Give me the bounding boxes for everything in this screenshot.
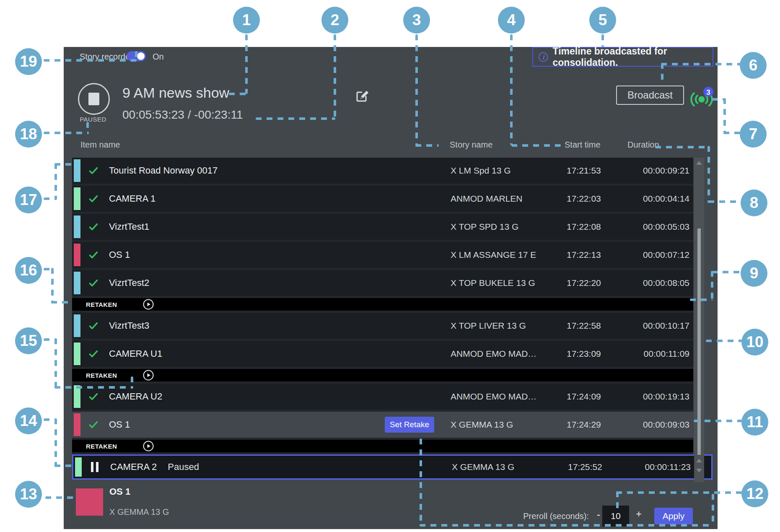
callout-connector	[655, 146, 709, 148]
table-row[interactable]: VizrtTest2X TOP BUKELE 13 G17:22:2000:00…	[72, 270, 693, 296]
story-recorder-window: Story recorder On PAUSED 9 AM news show …	[64, 47, 718, 529]
item-status-color-bar	[74, 215, 80, 238]
callout-connector	[712, 271, 741, 273]
callout-connector	[245, 34, 248, 94]
duration-cell: 00:00:10:17	[622, 321, 689, 331]
duration-cell: 00:00:09:03	[622, 420, 689, 430]
start-time-cell: 17:22:03	[567, 194, 601, 204]
callout-12: 12	[741, 480, 768, 507]
item-name-cell: VizrtTest1	[109, 221, 149, 232]
show-title: 9 AM news show	[122, 85, 229, 101]
callout-connector	[86, 122, 89, 133]
callout-connector	[420, 524, 713, 527]
broadcast-button[interactable]: Broadcast	[616, 86, 684, 105]
callout-connector	[661, 63, 741, 65]
preroll-value-field[interactable]: 10	[602, 506, 629, 527]
callout-5: 5	[589, 7, 616, 34]
table-row[interactable]: VizrtTest3X TOP LIVER 13 G17:22:5800:00:…	[72, 313, 693, 339]
callout-connector	[54, 465, 72, 467]
story-name-cell: ANMOD EMO MAD…	[451, 349, 536, 359]
scroll-step-up-icon[interactable]	[696, 459, 702, 462]
info-icon: i	[538, 51, 549, 63]
callout-connector	[44, 132, 89, 134]
column-header-story-name: Story name	[450, 140, 492, 150]
preroll-increment-button[interactable]: +	[635, 508, 643, 520]
recorded-check-icon	[88, 221, 99, 232]
retaken-row: RETAKEN	[72, 369, 693, 381]
story-name-cell: X LM ASSANGE 17 E	[451, 250, 536, 260]
callout-connector	[694, 420, 742, 422]
toggle-state-label: On	[153, 52, 164, 62]
status-badge: PAUSED	[74, 116, 112, 123]
scroll-up-arrow-icon[interactable]	[696, 161, 702, 165]
callout-connector	[616, 491, 742, 494]
item-name-cell: OS 1	[109, 419, 130, 430]
callout-connector	[45, 496, 75, 499]
callout-connector	[706, 340, 742, 342]
recorded-check-icon	[88, 165, 99, 176]
callout-7: 7	[740, 121, 767, 148]
recorded-check-icon	[88, 419, 99, 430]
set-retake-button[interactable]: Set Retake	[385, 417, 434, 433]
table-row[interactable]: CAMERA 2PausedX GEMMA 13 G17:25:5200:00:…	[72, 454, 713, 480]
scroll-step-down-icon[interactable]	[696, 469, 702, 472]
stop-record-button[interactable]	[78, 83, 110, 115]
table-row[interactable]: OS 1X LM ASSANGE 17 E17:22:1300:00:07:12	[72, 242, 693, 268]
callout-connector	[135, 51, 137, 60]
recorded-check-icon	[88, 249, 99, 260]
callout-connector	[601, 34, 604, 47]
start-time-cell: 17:24:29	[567, 420, 601, 430]
edit-pencil-icon	[354, 87, 371, 104]
callout-14: 14	[15, 407, 42, 434]
play-retake-icon[interactable]	[143, 441, 154, 452]
duration-cell: 00:00:11:23	[624, 462, 691, 472]
stop-icon	[88, 93, 99, 105]
table-row[interactable]: OS 1Set RetakeX GEMMA 13 G17:24:2900:00:…	[72, 412, 693, 438]
callout-10: 10	[741, 329, 768, 356]
table-row[interactable]: Tourist Road Norway 0017X LM Spd 13 G17:…	[72, 158, 693, 184]
duration-cell: 00:00:09:21	[622, 166, 689, 176]
item-status-color-bar	[74, 314, 80, 337]
retaken-row: RETAKEN	[72, 440, 693, 452]
item-status-color-bar	[74, 187, 80, 210]
edit-title-button[interactable]	[354, 87, 371, 104]
start-time-cell: 17:22:08	[567, 222, 601, 232]
item-status-color-bar	[74, 413, 80, 436]
annotated-screenshot: Story recorder On PAUSED 9 AM news show …	[0, 0, 780, 532]
recorded-check-icon	[88, 193, 99, 204]
callout-connector	[51, 268, 54, 304]
item-status-color-bar	[75, 457, 82, 477]
scrollbar[interactable]	[694, 158, 704, 482]
callout-connector	[511, 144, 561, 147]
start-time-cell: 17:22:58	[567, 321, 601, 331]
item-name-cell: OS 1	[109, 249, 130, 260]
retaken-label: RETAKEN	[86, 443, 117, 450]
callout-connector	[51, 301, 72, 304]
preroll-label: Preroll (seconds):	[508, 511, 589, 521]
selected-item-story: X GEMMA 13 G	[109, 507, 169, 517]
svg-text:i: i	[542, 53, 545, 61]
paused-icon	[91, 462, 98, 472]
callout-3: 3	[403, 7, 430, 34]
recorded-check-icon	[88, 320, 99, 331]
duration-cell: 00:00:08:05	[622, 278, 689, 288]
connection-count: 3	[706, 88, 710, 96]
table-row[interactable]: VizrtTest1X TOP SPD 13 G17:22:0800:00:05…	[72, 214, 693, 240]
play-retake-icon[interactable]	[143, 299, 154, 310]
table-row[interactable]: CAMERA U2ANMOD EMO MAD…17:24:0900:00:19:…	[72, 384, 693, 410]
start-time-cell: 17:22:13	[567, 250, 601, 260]
table-row[interactable]: CAMERA U1ANMOD EMO MAD…17:23:0900:00:11:…	[72, 341, 693, 367]
selected-item-name: OS 1	[109, 486, 130, 497]
callout-13: 13	[15, 481, 42, 508]
play-retake-icon[interactable]	[143, 370, 154, 381]
item-state-label: Paused	[168, 462, 199, 472]
callout-11: 11	[741, 409, 768, 436]
preroll-decrement-button[interactable]: -	[594, 508, 603, 521]
callout-19: 19	[15, 48, 42, 75]
callout-connector	[415, 144, 439, 147]
start-time-cell: 17:22:20	[567, 278, 601, 288]
apply-button[interactable]: Apply	[654, 508, 693, 524]
callout-8: 8	[741, 189, 767, 216]
recorded-check-icon	[88, 348, 99, 359]
table-row[interactable]: CAMERA 1ANMOD MARLEN17:22:0300:00:04:14	[72, 186, 693, 212]
